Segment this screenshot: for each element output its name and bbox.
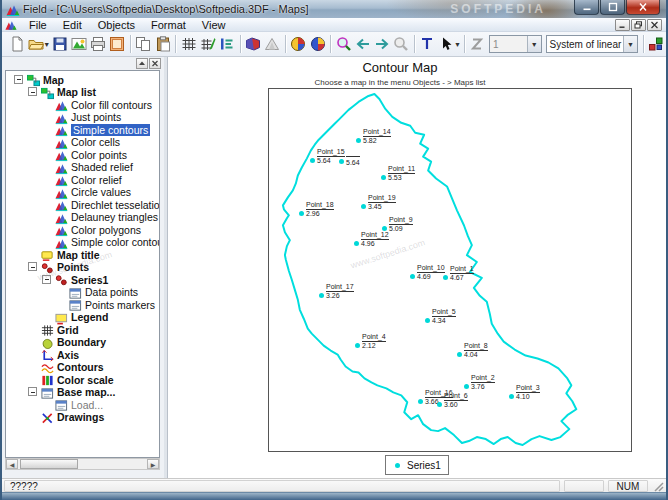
minimize-button[interactable] <box>574 0 599 15</box>
tree-collapse-icon[interactable] <box>28 262 37 271</box>
tree-item-shaded-relief[interactable]: Shaded relief <box>6 161 159 174</box>
tree-item-color-scale[interactable]: Color scale <box>6 373 159 386</box>
point-label: Point_182.96 <box>306 201 334 219</box>
tri-icon <box>55 186 68 199</box>
toolbar-globe-1-button[interactable] <box>289 34 308 55</box>
toolbar-grid-edit-button[interactable] <box>198 34 217 55</box>
tree-item-simple-contours[interactable]: Simple contours <box>6 123 159 136</box>
toolbar-text-t-button[interactable] <box>418 34 437 55</box>
tree-item-label: Simple contours <box>71 124 150 136</box>
toolbar-globe-2-button[interactable] <box>308 34 327 55</box>
window-controls <box>573 0 660 15</box>
toolbar-separator <box>175 35 176 53</box>
map-title: Contour Map <box>168 60 632 75</box>
point-value: 3.26 <box>326 292 354 300</box>
toolbar-maps-colored-button[interactable] <box>244 34 263 55</box>
tree-item-color-points[interactable]: Color points <box>6 148 159 161</box>
tree-item-label: Just points <box>71 111 121 123</box>
toolbar-open-folder-button[interactable] <box>26 34 45 55</box>
toolbar-zoom-magnifier-button[interactable] <box>334 34 353 55</box>
point-label: Point_124.96 <box>361 231 389 249</box>
point-name: Point_15 <box>317 148 345 157</box>
document-icon <box>5 19 17 31</box>
panel-close-button[interactable] <box>149 58 161 69</box>
toolbar-list-bars-button[interactable] <box>217 34 236 55</box>
menu-view[interactable]: View <box>194 19 234 31</box>
tree-collapse-icon[interactable] <box>14 75 23 84</box>
tree-item-load[interactable]: Load... <box>6 398 159 411</box>
toolbar-zoom-select-button[interactable] <box>392 34 411 55</box>
point-marker <box>410 274 415 279</box>
tree-collapse-icon[interactable] <box>28 87 37 96</box>
tree-item-color-cells[interactable]: Color cells <box>6 136 159 149</box>
toolbar-surface-button[interactable] <box>263 34 282 55</box>
tree-item-boundary[interactable]: Boundary <box>6 336 159 349</box>
point-marker <box>425 318 430 323</box>
tree-item-map-list[interactable]: Map list <box>6 86 159 99</box>
tree-item-base-map[interactable]: Base map... <box>6 386 159 399</box>
scroll-right-arrow[interactable]: ▶ <box>147 459 159 469</box>
toolbar-arrow-left-button[interactable] <box>353 34 372 55</box>
softpedia-watermark: SOFTPEDIA <box>450 2 546 16</box>
tree-item-data-points[interactable]: Data points <box>6 286 159 299</box>
tree-item-contours[interactable]: Contours <box>6 361 159 374</box>
tree-horizontal-scrollbar[interactable]: ◀ ▶ <box>5 458 160 470</box>
scroll-left-arrow[interactable]: ◀ <box>6 459 18 469</box>
toolbar-pointer-arrow-button[interactable] <box>437 34 456 55</box>
tree-item-just-points[interactable]: Just points <box>6 111 159 124</box>
tree-item-legend[interactable]: Legend <box>6 311 159 324</box>
menu-edit[interactable]: Edit <box>55 19 90 31</box>
resize-grip[interactable] <box>652 480 665 492</box>
combo-dropdown-icon[interactable]: ▼ <box>527 36 541 52</box>
point-name: Point_8 <box>464 342 488 351</box>
point-marker <box>310 158 315 163</box>
toolbar-combo[interactable]: System of linear equation:▼ <box>546 35 638 53</box>
tree-item-points-markers[interactable]: Points markers <box>6 298 159 311</box>
body: MapMap listColor fill contoursJust point… <box>2 57 666 478</box>
toolbar-paste-button[interactable] <box>153 34 172 55</box>
mdi-close-button[interactable] <box>647 19 662 31</box>
toolbar-arrow-right-button[interactable] <box>372 34 391 55</box>
tree-item-color-polygons[interactable]: Color polygons <box>6 223 159 236</box>
point-value: 2.96 <box>306 210 334 218</box>
legend-series-label: Series1 <box>407 460 441 471</box>
tree-item-circle-values[interactable]: Circle values <box>6 186 159 199</box>
toolbar-copy-button[interactable] <box>134 34 153 55</box>
tree-item-map[interactable]: Map <box>6 73 159 86</box>
points-layer: Point_145.82Point_155.645.64Point_115.53… <box>269 89 631 451</box>
tree-item-drawings[interactable]: Drawings <box>6 411 159 424</box>
tree-item-axis[interactable]: Axis <box>6 348 159 361</box>
tree-item-series1[interactable]: Series1 <box>6 273 159 286</box>
tree-item-grid[interactable]: Grid <box>6 323 159 336</box>
tree-collapse-icon[interactable] <box>28 387 37 396</box>
combo-value: System of linear equation: <box>547 39 623 50</box>
maximize-button[interactable] <box>600 0 625 15</box>
mdi-restore-button[interactable] <box>631 19 646 31</box>
toolbar-print-button[interactable] <box>89 34 108 55</box>
menu-format[interactable]: Format <box>143 19 194 31</box>
menu-objects[interactable]: Objects <box>90 19 143 31</box>
toolbar-save-button[interactable] <box>50 34 69 55</box>
tree-item-delauney-triangles[interactable]: Delauney triangles <box>6 211 159 224</box>
toolbar-combo[interactable]: 1▼ <box>489 35 542 53</box>
tree-item-simple-color-contours[interactable]: Simple color contours <box>6 236 159 249</box>
combo-dropdown-icon[interactable]: ▼ <box>623 36 637 52</box>
tree-item-direchlet-tesselations[interactable]: Direchlet tesselations <box>6 198 159 211</box>
toolbar-map-colored-button[interactable] <box>69 34 88 55</box>
tri-icon <box>55 236 68 249</box>
win-icon <box>55 398 68 411</box>
toolbar-z-letter-button[interactable] <box>468 34 487 55</box>
scroll-thumb[interactable] <box>20 459 78 469</box>
panel-pin-button[interactable] <box>136 58 148 69</box>
toolbar-picture-button[interactable] <box>108 34 127 55</box>
menu-file[interactable]: File <box>21 19 55 31</box>
close-button[interactable] <box>626 0 660 15</box>
toolbar-grid-button[interactable] <box>179 34 198 55</box>
toolbar-new-page-button[interactable] <box>7 34 26 55</box>
mdi-minimize-button[interactable] <box>615 19 630 31</box>
point-label: Point_95.09 <box>389 216 413 234</box>
tree-item-color-relief[interactable]: Color relief <box>6 173 159 186</box>
toolbar-cluster-button[interactable] <box>647 34 666 55</box>
point-value: 2.12 <box>362 342 386 350</box>
tree-item-color-fill-contours[interactable]: Color fill contours <box>6 98 159 111</box>
